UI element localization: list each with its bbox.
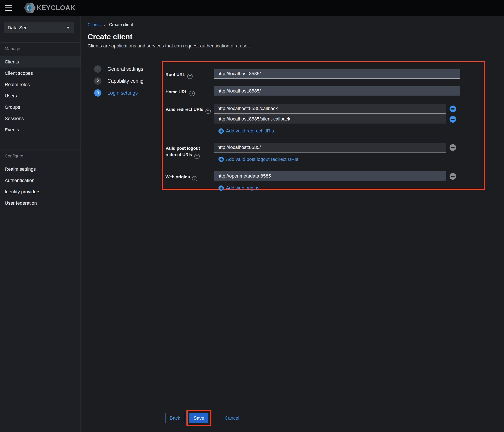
step-label: Capability config [108,78,144,84]
help-icon[interactable]: ? [187,74,193,79]
manage-nav-list: Clients Client scopes Realm roles Users … [0,55,81,137]
post-logout-redirect-uris-row: Valid post logout redirect URIs? [165,143,484,163]
realm-name: Data-Sec [8,25,27,31]
breadcrumb-separator-icon: › [104,22,106,27]
help-icon[interactable]: ? [194,154,200,159]
minus-circle-icon [450,144,456,151]
root-url-input[interactable] [214,69,460,79]
sidebar-item-authentication[interactable]: Authentication [0,175,81,186]
remove-post-logout-uri-button[interactable] [450,144,456,151]
plus-circle-icon [218,156,224,162]
step-label: General settings [108,66,143,72]
plus-circle-icon [218,129,224,134]
keycloak-logo-icon [24,2,36,13]
valid-redirect-uris-row: Valid redirect URIs? [165,104,484,135]
wizard: 1 General settings 2 Capability config 3… [81,55,504,432]
breadcrumb-current: Create client [109,22,133,27]
wizard-steps-nav: 1 General settings 2 Capability config 3… [81,55,158,432]
add-post-logout-uris-button[interactable]: Add valid post logout redirect URIs [218,156,298,162]
main-content: Clients › Create client Create client Cl… [81,16,504,432]
help-icon[interactable]: ? [192,176,197,181]
sidebar-item-groups[interactable]: Groups [0,101,81,113]
manage-section-label: Manage [0,42,81,55]
redirect-uri-input-1[interactable] [214,104,446,114]
back-button[interactable]: Back [165,413,184,423]
save-highlight-box: Save [186,410,211,426]
minus-circle-icon [450,116,456,123]
sidebar-item-client-scopes[interactable]: Client scopes [0,67,81,79]
top-bar: KEYCLOAK [0,0,504,16]
home-url-label: Home URL? [165,86,214,96]
post-logout-uri-input[interactable] [214,143,446,153]
page-header: Clients › Create client Create client Cl… [81,16,504,55]
sidebar-item-users[interactable]: Users [0,90,81,101]
highlight-box: Root URL? Home URL? [162,61,485,190]
page-subtitle: Clients are applications and services th… [88,43,504,49]
add-web-origins-button[interactable]: Add web origins [218,185,260,191]
wizard-footer: Back Save Cancel [165,410,239,426]
wizard-step-capability-config[interactable]: 2 Capability config [81,77,158,85]
sidebar-item-realm-settings[interactable]: Realm settings [0,164,81,175]
remove-redirect-uri-1-button[interactable] [450,106,456,112]
realm-selector[interactable]: Data-Sec [4,22,74,33]
chevron-down-icon [66,27,70,29]
minus-circle-icon [450,173,456,180]
wizard-step-general-settings[interactable]: 1 General settings [81,65,158,73]
step-number-badge: 3 [94,89,101,97]
help-icon[interactable]: ? [189,91,195,96]
post-logout-label: Valid post logout redirect URIs? [165,143,214,163]
configure-section-label: Configure [0,149,81,162]
step-label: Login settings [108,90,138,96]
breadcrumb: Clients › Create client [88,22,504,27]
save-button[interactable]: Save [189,413,208,423]
valid-redirect-uris-label: Valid redirect URIs? [165,104,214,135]
web-origins-label: Web origins? [165,171,214,192]
breadcrumb-clients-link[interactable]: Clients [88,22,101,27]
web-origins-input[interactable] [214,171,446,181]
root-url-label: Root URL? [165,69,214,79]
step-number-badge: 2 [94,77,101,85]
root-url-row: Root URL? [165,69,484,79]
page-title: Create client [88,32,504,41]
sidebar-item-events[interactable]: Events [0,124,81,136]
remove-web-origin-button[interactable] [450,173,456,180]
web-origins-row: Web origins? [165,171,484,192]
sidebar-item-clients[interactable]: Clients [0,56,81,67]
minus-circle-icon [450,106,456,112]
add-valid-redirect-uris-button[interactable]: Add valid redirect URIs [218,128,274,134]
sidebar-item-identity-providers[interactable]: Identity providers [0,186,81,197]
plus-circle-icon [218,185,224,191]
home-url-row: Home URL? [165,86,484,96]
configure-nav-list: Realm settings Authentication Identity p… [0,162,81,210]
remove-redirect-uri-2-button[interactable] [450,116,456,123]
wizard-step-login-settings[interactable]: 3 Login settings [81,89,158,97]
keycloak-logo: KEYCLOAK [24,2,75,13]
sidebar-item-sessions[interactable]: Sessions [0,113,81,124]
help-icon[interactable]: ? [206,109,211,114]
home-url-input[interactable] [214,86,460,96]
step-number-badge: 1 [94,65,101,73]
redirect-uri-input-2[interactable] [214,114,446,124]
sidebar-item-user-federation[interactable]: User federation [0,197,81,209]
sidebar: Data-Sec Manage Clients Client scopes Re… [0,16,81,432]
sidebar-item-realm-roles[interactable]: Realm roles [0,79,81,90]
wizard-content: Root URL? Home URL? [158,55,504,432]
menu-icon[interactable] [5,4,15,12]
cancel-button[interactable]: Cancel [225,415,239,421]
brand-text: KEYCLOAK [36,4,75,12]
